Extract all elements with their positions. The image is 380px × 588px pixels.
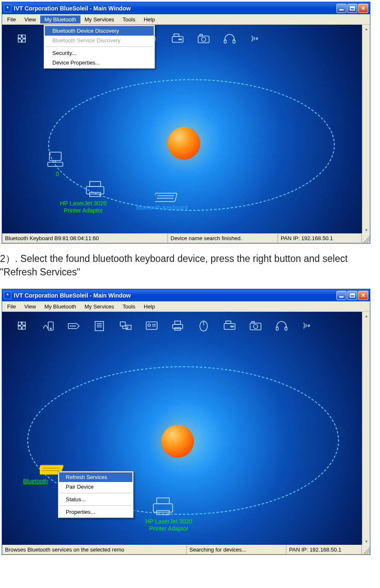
status-bar: Browses Bluetooth services on the select… (2, 545, 370, 554)
hid-icon[interactable] (196, 319, 211, 332)
menu-item-security[interactable]: Security... (45, 48, 154, 58)
window-title: IVT Corporation BlueSoleil - Main Window (14, 292, 336, 299)
device-printer-label: HP LaserJet 3020 Printer Adaptor (60, 200, 107, 214)
svg-marker-31 (16, 320, 28, 332)
close-button[interactable]: × (358, 291, 368, 300)
fax-icon[interactable] (222, 319, 237, 332)
device-computer-label: 0 (56, 171, 59, 178)
title-bar[interactable]: * IVT Corporation BlueSoleil - Main Wind… (2, 2, 370, 14)
svg-rect-27 (155, 193, 177, 202)
scroll-track[interactable] (362, 32, 370, 226)
svg-rect-17 (200, 34, 202, 36)
menu-my-services[interactable]: My Services (80, 303, 119, 311)
maximize-button[interactable] (347, 291, 357, 300)
device-keyboard[interactable] (155, 192, 178, 205)
printer-icon[interactable] (171, 319, 185, 332)
scroll-up-icon[interactable]: ▴ (362, 312, 370, 319)
dun-icon[interactable] (41, 319, 55, 332)
menu-file[interactable]: File (3, 16, 20, 23)
device-printer[interactable] (84, 180, 106, 199)
vertical-scrollbar[interactable]: ▴ ▾ (362, 312, 370, 545)
bluesoleil-window-2: * IVT Corporation BlueSoleil - Main Wind… (2, 289, 370, 555)
status-right: PAN IP: 192.168.50.1 (286, 545, 362, 554)
scroll-up-icon[interactable]: ▴ (362, 25, 370, 32)
lan-icon[interactable] (119, 319, 133, 332)
device-keyboard-label[interactable]: Bluetooth (23, 478, 48, 485)
svg-point-14 (179, 39, 180, 40)
minimize-button[interactable] (336, 4, 346, 13)
center-sun[interactable] (161, 425, 194, 458)
scroll-down-icon[interactable]: ▾ (362, 226, 370, 233)
bluesoleil-window-1: * IVT Corporation BlueSoleil - Main Wind… (2, 2, 370, 243)
svg-point-44 (148, 324, 150, 326)
menu-item-device-properties[interactable]: Device Properties... (45, 58, 154, 67)
bip-icon[interactable] (196, 32, 211, 45)
resize-grip[interactable] (362, 234, 370, 243)
maximize-button[interactable] (347, 4, 357, 13)
instruction-step-2: 2）. Select the found bluetooth keyboard … (0, 243, 380, 289)
menu-my-services[interactable]: My Services (80, 16, 119, 23)
menu-separator (46, 47, 153, 47)
menu-help[interactable]: Help (140, 303, 159, 311)
menu-separator (60, 493, 132, 493)
ctx-pair-device[interactable]: Pair Device (59, 482, 132, 492)
status-left: Bluetooth Keyboard B9:81:08:04:11:60 (2, 234, 168, 243)
center-sun[interactable] (168, 127, 200, 160)
menu-item-service-discovery: Bluetooth Service Discovery (45, 36, 154, 45)
svg-point-57 (253, 324, 258, 329)
svg-point-54 (233, 326, 234, 327)
scroll-track[interactable] (362, 319, 370, 537)
menu-view[interactable]: View (20, 303, 40, 311)
menu-item-device-discovery[interactable]: Bluetooth Device Discovery (45, 26, 154, 36)
minimize-button[interactable] (336, 291, 346, 300)
status-center: Searching for devices... (186, 545, 286, 554)
device-keyboard-label: Bluetooth Keyboard (136, 204, 188, 211)
menu-tools[interactable]: Tools (119, 16, 140, 23)
headset-icon[interactable] (274, 319, 289, 332)
window-title: IVT Corporation BlueSoleil - Main Window (14, 5, 336, 12)
device-printer[interactable] (151, 496, 175, 518)
av-icon[interactable] (300, 319, 315, 332)
ctx-status[interactable]: Status... (59, 495, 132, 504)
svg-rect-58 (252, 321, 254, 323)
vertical-scrollbar[interactable]: ▴ ▾ (362, 25, 370, 233)
client-area: 0 HP LaserJet 3020 Printer Adaptor Bluet… (2, 25, 370, 233)
menu-bar: File View My Bluetooth My Services Tools… (2, 14, 370, 25)
svg-point-20 (256, 38, 258, 39)
title-bar[interactable]: * IVT Corporation BlueSoleil - Main Wind… (2, 289, 370, 301)
svg-point-55 (231, 326, 232, 327)
menu-my-bluetooth[interactable]: My Bluetooth (40, 16, 80, 23)
status-bar: Bluetooth Keyboard B9:81:08:04:11:60 Dev… (2, 233, 370, 243)
ctx-properties[interactable]: Properties... (59, 507, 132, 517)
svg-rect-22 (48, 162, 63, 166)
device-computer[interactable] (46, 150, 67, 170)
ctx-refresh-services[interactable]: Refresh Services (59, 472, 132, 482)
opp-icon[interactable] (145, 319, 159, 332)
svg-rect-21 (49, 152, 61, 161)
scroll-down-icon[interactable]: ▾ (362, 537, 370, 545)
close-button[interactable]: × (358, 4, 368, 13)
svg-rect-66 (157, 498, 169, 504)
resize-grip[interactable] (362, 545, 370, 554)
bluetooth-icon: * (4, 292, 11, 299)
serial-icon[interactable] (67, 319, 81, 332)
menu-my-bluetooth[interactable]: My Bluetooth (40, 303, 80, 311)
pan-icon[interactable] (15, 319, 29, 332)
device-printer-label: HP LaserJet 3020 Printer Adaptor (145, 518, 192, 532)
fax-icon[interactable] (171, 32, 185, 45)
pan-icon[interactable] (15, 32, 29, 45)
menu-view[interactable]: View (20, 16, 40, 23)
av-icon[interactable] (248, 32, 263, 45)
svg-rect-67 (157, 510, 169, 515)
headset-icon[interactable] (222, 32, 237, 45)
menu-file[interactable]: File (3, 303, 20, 311)
ftp-icon[interactable] (93, 319, 107, 332)
svg-rect-12 (174, 34, 179, 36)
svg-point-61 (308, 325, 310, 326)
svg-marker-0 (16, 33, 28, 44)
bip-icon[interactable] (248, 319, 263, 332)
device-context-menu: Refresh Services Pair Device Status... P… (58, 471, 134, 518)
svg-rect-49 (175, 328, 181, 330)
menu-tools[interactable]: Tools (119, 303, 140, 311)
menu-help[interactable]: Help (140, 16, 159, 23)
